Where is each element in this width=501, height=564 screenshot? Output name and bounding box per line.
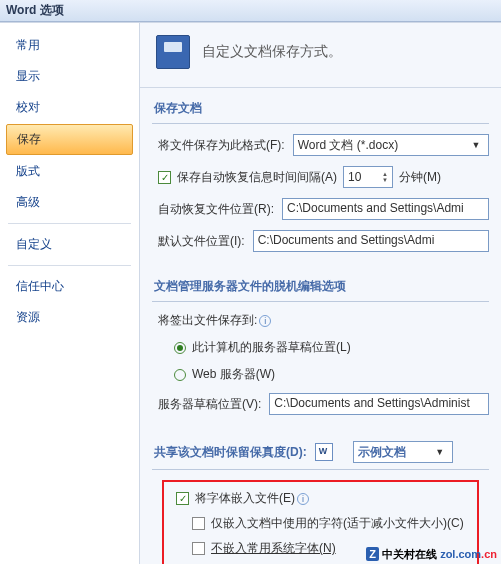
draft-path-input[interactable]: C:\Documents and Settings\Administ (269, 393, 489, 415)
auto-recover-path-input[interactable]: C:\Documents and Settings\Admi (282, 198, 489, 220)
sidebar-item-layout[interactable]: 版式 (6, 157, 133, 186)
checkout-label: 将签出文件保存到: (158, 312, 257, 329)
no-common-fonts-label: 不嵌入常用系统字体(N) (211, 540, 336, 557)
sidebar-item-advanced[interactable]: 高级 (6, 188, 133, 217)
radio-local-label: 此计算机的服务器草稿位置(L) (192, 339, 351, 356)
watermark-brand: 中关村在线 (382, 548, 437, 560)
sidebar-separator (8, 265, 131, 266)
embed-fonts-label: 将字体嵌入文件(E) (195, 490, 295, 507)
format-label: 将文件保存为此格式(F): (158, 137, 285, 154)
radio-local-drafts[interactable] (174, 342, 186, 354)
spinner-icon[interactable]: ▲▼ (382, 171, 388, 183)
sidebar-item-customize[interactable]: 自定义 (6, 230, 133, 259)
window-title: Word 选项 (0, 0, 501, 22)
fidelity-title-text: 共享该文档时保留保真度(D): (154, 444, 307, 461)
section-fidelity: 共享该文档时保留保真度(D): 示例文档 ▼ (152, 437, 489, 470)
info-icon: i (259, 315, 271, 327)
document-icon (315, 443, 333, 461)
section-save-documents: 保存文档 (152, 96, 489, 124)
content-pane: 自定义文档保存方式。 保存文档 将文件保存为此格式(F): Word 文档 (*… (140, 23, 501, 564)
minutes-label: 分钟(M) (399, 169, 441, 186)
auto-recover-value: 10 (348, 170, 361, 184)
sidebar-item-trust[interactable]: 信任中心 (6, 272, 133, 301)
sidebar-item-save[interactable]: 保存 (6, 124, 133, 155)
only-used-chars-label: 仅嵌入文档中使用的字符(适于减小文件大小)(C) (211, 515, 464, 532)
radio-web-server[interactable] (174, 369, 186, 381)
auto-recover-checkbox[interactable]: ✓ (158, 171, 171, 184)
sidebar-item-resources[interactable]: 资源 (6, 303, 133, 332)
auto-recover-path-label: 自动恢复文件位置(R): (158, 201, 274, 218)
watermark: Z 中关村在线 zol.com.cn (366, 547, 497, 562)
default-path-label: 默认文件位置(I): (158, 233, 245, 250)
save-icon (156, 35, 190, 69)
fidelity-doc-name: 示例文档 (358, 444, 406, 461)
chevron-down-icon: ▼ (468, 140, 484, 150)
auto-recover-minutes[interactable]: 10 ▲▼ (343, 166, 393, 188)
sidebar-item-common[interactable]: 常用 (6, 31, 133, 60)
radio-web-label: Web 服务器(W) (192, 366, 275, 383)
auto-recover-label: 保存自动恢复信息时间间隔(A) (177, 169, 337, 186)
format-value: Word 文档 (*.docx) (298, 137, 398, 154)
watermark-logo: Z (366, 547, 379, 561)
watermark-tld: .cn (481, 548, 497, 560)
info-icon: i (297, 493, 309, 505)
page-title: 自定义文档保存方式。 (202, 43, 342, 61)
section-offline-editing: 文档管理服务器文件的脱机编辑选项 (152, 274, 489, 302)
only-used-chars-checkbox[interactable] (192, 517, 205, 530)
no-common-fonts-checkbox[interactable] (192, 542, 205, 555)
embed-fonts-checkbox[interactable]: ✓ (176, 492, 189, 505)
watermark-url: zol.com (440, 548, 481, 560)
sidebar-item-proof[interactable]: 校对 (6, 93, 133, 122)
chevron-down-icon: ▼ (432, 447, 448, 457)
fidelity-doc-combo[interactable]: 示例文档 ▼ (353, 441, 453, 463)
default-path-input[interactable]: C:\Documents and Settings\Admi (253, 230, 489, 252)
draft-path-label: 服务器草稿位置(V): (158, 396, 261, 413)
sidebar-item-display[interactable]: 显示 (6, 62, 133, 91)
category-sidebar: 常用 显示 校对 保存 版式 高级 自定义 信任中心 资源 (0, 23, 140, 564)
format-combo[interactable]: Word 文档 (*.docx) ▼ (293, 134, 489, 156)
sidebar-separator (8, 223, 131, 224)
